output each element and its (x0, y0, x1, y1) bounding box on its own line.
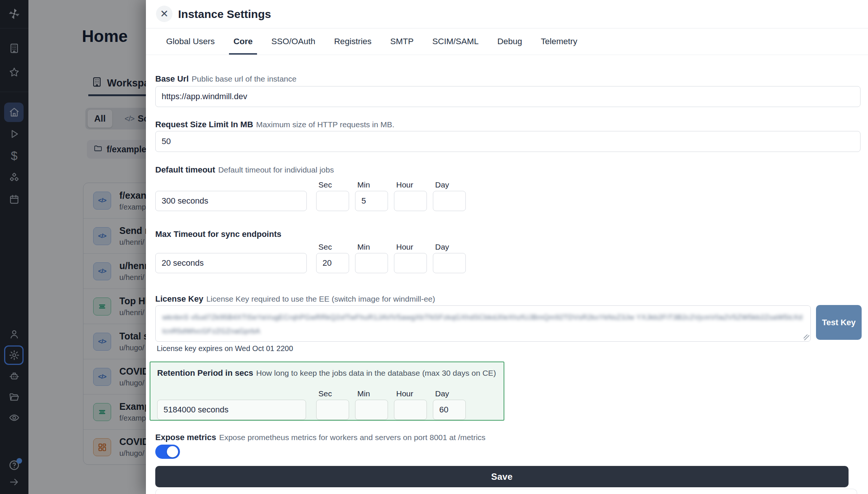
license-expiry-text: License key expires on Wed Oct 01 2200 (157, 344, 293, 353)
max-timeout-day-input[interactable] (433, 253, 466, 273)
base-url-label-row: Base UrlPublic base url of the instance (155, 74, 296, 84)
base-url-label: Base Url (155, 74, 189, 83)
base-url-input[interactable] (155, 86, 861, 107)
request-size-label-row: Request Size Limit In MBMaximum size of … (155, 120, 394, 129)
request-size-label: Request Size Limit In MB (155, 120, 253, 129)
retention-sec-input[interactable] (316, 400, 349, 420)
sec-label: Sec (318, 389, 332, 398)
tab-telemetry[interactable]: Telemetry (537, 28, 582, 55)
base-url-hint: Public base url of the instance (192, 74, 296, 83)
default-timeout-day-input[interactable] (433, 191, 466, 211)
license-label-row: License KeyLicense Key required to use t… (155, 294, 435, 304)
retention-label-row: Retention Period in secsHow long to keep… (157, 368, 496, 378)
max-timeout-sec-input[interactable] (316, 253, 349, 273)
default-timeout-main-input[interactable] (155, 191, 307, 211)
hour-label: Hour (396, 243, 413, 251)
tab-core[interactable]: Core (229, 28, 257, 55)
metrics-label: Expose metrics (155, 433, 216, 442)
sec-label: Sec (318, 243, 332, 251)
default-timeout-sec-input[interactable] (316, 191, 349, 211)
metrics-label-row: Expose metricsExpose prometheus metrics … (155, 433, 486, 442)
retention-hint: How long to keep the jobs data in the da… (256, 369, 496, 377)
retention-label: Retention Period in secs (157, 368, 253, 378)
expose-metrics-toggle[interactable] (155, 445, 180, 459)
max-timeout-min-input[interactable] (355, 253, 388, 273)
tab-sso-oauth[interactable]: SSO/OAuth (267, 28, 320, 55)
max-timeout-label-row: Max Timeout for sync endpoints (155, 229, 281, 239)
max-timeout-label: Max Timeout for sync endpoints (155, 229, 281, 239)
default-timeout-hour-input[interactable] (394, 191, 427, 211)
request-size-hint: Maximum size of HTTP requests in MB. (256, 120, 395, 129)
license-key-textarea-wrap: wknbnS v5ud7Zk95B4XTlSeYaVugECrqhPGwRRkQ… (155, 305, 811, 342)
sec-label: Sec (318, 180, 332, 189)
tab-debug[interactable]: Debug (493, 28, 526, 55)
settings-tabs: Global Users Core SSO/OAuth Registries S… (162, 28, 582, 55)
default-timeout-label-row: Default timeoutDefault timeout for indiv… (155, 165, 334, 175)
next-section-peek (155, 489, 857, 494)
tab-registries[interactable]: Registries (330, 28, 376, 55)
license-key-textarea[interactable]: wknbnS v5ud7Zk95B4XTlSeYaVugECrqhPGwRRkQ… (156, 306, 810, 341)
min-label: Min (357, 389, 370, 398)
tab-scim-saml[interactable]: SCIM/SAML (428, 28, 483, 55)
test-key-button[interactable]: Test Key (816, 305, 862, 340)
day-label: Day (435, 243, 449, 251)
tab-global-users[interactable]: Global Users (162, 28, 219, 55)
metrics-hint: Expose prometheus metrics for workers an… (219, 433, 486, 442)
modal-title: Instance Settings (178, 8, 271, 21)
day-label: Day (435, 389, 449, 398)
tabs-divider (146, 55, 868, 55)
min-label: Min (357, 180, 370, 189)
max-timeout-hour-input[interactable] (394, 253, 427, 273)
license-hint: License Key required to use the EE (swit… (206, 295, 435, 303)
retention-hour-input[interactable] (394, 400, 427, 420)
textarea-resize-handle[interactable] (804, 335, 809, 340)
license-label: License Key (155, 294, 203, 304)
toggle-knob (167, 446, 178, 457)
default-timeout-label: Default timeout (155, 165, 215, 174)
retention-min-input[interactable] (355, 400, 388, 420)
hour-label: Hour (396, 389, 413, 398)
retention-day-input[interactable] (433, 400, 466, 420)
request-size-input[interactable] (155, 131, 861, 152)
default-timeout-hint: Default timeout for individual jobs (218, 165, 334, 174)
max-timeout-main-input[interactable] (155, 253, 307, 273)
day-label: Day (435, 180, 449, 189)
retention-main-input[interactable] (157, 400, 306, 420)
min-label: Min (357, 243, 370, 251)
close-icon[interactable]: ✕ (156, 6, 172, 22)
default-timeout-min-input[interactable] (355, 191, 388, 211)
tab-smtp[interactable]: SMTP (386, 28, 418, 55)
save-button[interactable]: Save (155, 466, 849, 487)
instance-settings-modal: ✕ Instance Settings Global Users Core SS… (146, 0, 868, 494)
hour-label: Hour (396, 180, 413, 189)
